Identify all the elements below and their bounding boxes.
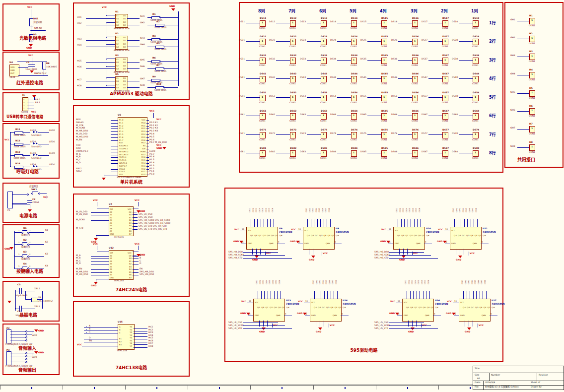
- net-label: 595_LG_SCK0: [374, 325, 390, 327]
- pin-name: GND: [404, 315, 408, 317]
- frame-tick: [0, 385, 0, 390]
- connector-pin: 1: [531, 128, 533, 130]
- net-label: HC5: [77, 60, 81, 63]
- designator: U7: [109, 203, 112, 206]
- wire: [91, 261, 109, 262]
- net-label: DS23: [300, 39, 306, 42]
- wire: [459, 134, 473, 135]
- wire: [307, 41, 321, 42]
- designator: R7: [156, 65, 160, 67]
- net-label-vertical: DS57: [276, 280, 277, 284]
- net-label: CON1: [442, 139, 448, 141]
- wire: [271, 291, 271, 299]
- designator: RG1: [33, 18, 38, 20]
- switch-contact-icon: [27, 194, 29, 196]
- gnd-label: GND: [252, 259, 258, 261]
- net-label: 74HC245: [114, 280, 124, 282]
- gnd-symbol-icon: [34, 329, 38, 332]
- net-label: DS65: [360, 114, 366, 116]
- wire: [146, 169, 149, 170]
- net-label: CON1: [381, 46, 387, 48]
- designator: DS88: [473, 147, 479, 150]
- pin-name: VCC: [304, 230, 308, 232]
- wire: [517, 57, 529, 57]
- net-label: HC7: [77, 79, 81, 81]
- net-label: HC1: [148, 326, 153, 328]
- zone-mark: [219, 387, 220, 389]
- wire: [91, 275, 109, 275]
- wire: [38, 132, 49, 133]
- wire: [91, 264, 109, 264]
- vcc-label: VCC: [135, 243, 140, 246]
- pin-name: GND: [110, 233, 114, 235]
- pin-name: Y5: [124, 340, 132, 342]
- frame-tick: [313, 385, 314, 390]
- net-label: DS34: [330, 58, 336, 61]
- wire: [270, 219, 271, 227]
- wire: [111, 169, 118, 170]
- net-label: PHONEJACK STEREO SW: [5, 343, 32, 346]
- date-value: 2016/5/8: [485, 382, 495, 384]
- wire: [324, 321, 324, 327]
- net-label: CON1: [351, 27, 357, 30]
- net-label: K1: [45, 229, 48, 232]
- net-label: HC5: [148, 337, 153, 339]
- pin-name: P1.7: [119, 139, 123, 141]
- wire: [25, 291, 26, 300]
- wire: [163, 87, 178, 88]
- designator: H6: [529, 105, 533, 108]
- pin-name: T0/P3.4: [119, 156, 126, 158]
- wire: [146, 140, 149, 141]
- pin-name: GND: [451, 243, 456, 245]
- net-label-vertical: DS84: [472, 280, 473, 284]
- connector-pin: 1: [414, 77, 416, 80]
- matrix-col-header: 5列: [350, 9, 356, 13]
- net-label: CON1: [259, 102, 266, 104]
- designator: K1: [23, 227, 27, 230]
- vcc-label: VCC: [291, 229, 296, 231]
- vcc-label: VCC: [93, 199, 98, 202]
- pin-name: 9: [335, 241, 336, 243]
- wire: [31, 30, 31, 34]
- connector-pin: 1: [292, 77, 293, 80]
- pin-name: VDD: [10, 66, 14, 68]
- wire: [163, 47, 178, 47]
- wire: [147, 25, 155, 25]
- net-label: RXD: [76, 147, 81, 150]
- wire: [127, 68, 140, 69]
- net-label-vertical: DS24: [316, 208, 317, 212]
- gnd-label: GND: [26, 47, 32, 50]
- net-label: DS35: [360, 58, 366, 61]
- wire: [316, 321, 316, 327]
- wire: [10, 340, 25, 340]
- net-label: DS36: [391, 58, 397, 61]
- file-value: 8X8双色,V2_0 方案图纸.SchDoc: [485, 386, 519, 389]
- net-label-vertical: DS72: [409, 280, 410, 284]
- junction-dot: [86, 332, 87, 333]
- net-label: 100R 0805: [13, 134, 26, 137]
- wire: [146, 123, 149, 124]
- wire: [47, 196, 47, 198]
- connector-pin: 1: [353, 133, 354, 136]
- connector-pin: 1: [292, 133, 293, 136]
- pin-name: D2: [123, 21, 126, 23]
- net-label: 595_HR_DS0: [228, 251, 243, 254]
- wire: [27, 103, 34, 103]
- net-label: CON1: [529, 97, 535, 100]
- connector-pin: 1: [262, 59, 263, 62]
- pin-name: B6: [122, 274, 132, 276]
- designator: 74HC595N: [286, 303, 299, 306]
- net-label: CON1: [381, 102, 387, 104]
- wire: [321, 291, 321, 299]
- connector-pin: 1: [323, 22, 324, 24]
- pin-name: QA QB QC QD QE QF QG QH: [463, 307, 488, 309]
- net-label: 595_HR_SCK0: [228, 254, 244, 257]
- led-matrix-connectors: 8列7列6列5列4列3列2列1列1行2行3行4行5行6行7行8行DS111DS1…: [240, 3, 502, 172]
- jack-contact-icon: [25, 339, 27, 341]
- pin-name: XTAL1: [119, 171, 125, 173]
- wire: [397, 316, 402, 316]
- connector-pin: 1: [444, 40, 446, 43]
- net-label-vertical: DS58: [279, 280, 281, 284]
- net-label: CON1: [472, 83, 479, 85]
- net-label: DS38: [452, 58, 458, 61]
